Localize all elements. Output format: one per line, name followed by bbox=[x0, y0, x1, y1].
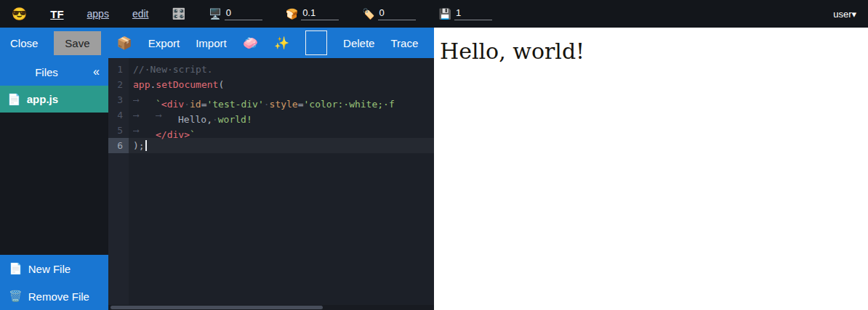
code-token: </div> bbox=[156, 129, 190, 140]
sidebar-spacer bbox=[0, 113, 108, 255]
code-token: 'color:·white;·f bbox=[304, 99, 395, 110]
code-token: setDocument bbox=[156, 79, 218, 90]
floppy-stat-input[interactable]: 1 bbox=[454, 7, 492, 20]
smiley-logo-icon: 😎 bbox=[12, 8, 27, 20]
bread-stat: 🍞 0.1 bbox=[286, 7, 339, 20]
horizontal-scrollbar-thumb[interactable] bbox=[110, 306, 323, 309]
line-number-4: 4 bbox=[108, 107, 129, 123]
floppy-stat: 💾 1 bbox=[439, 7, 492, 20]
tab-whitespace-marker: ⟶ bbox=[133, 92, 156, 107]
tag-icon: 🏷️ bbox=[362, 8, 374, 20]
code-line-2[interactable]: app.setDocument( bbox=[129, 77, 434, 92]
code-token: style bbox=[270, 99, 298, 110]
chevron-down-icon: ▾ bbox=[851, 9, 856, 20]
package-icon[interactable]: 📦 bbox=[117, 37, 132, 49]
floppy-icon: 💾 bbox=[439, 8, 451, 20]
preview-pane: Hello, world! bbox=[434, 28, 868, 310]
tag-stat: 🏷️ 0 bbox=[362, 7, 415, 20]
code-token: · bbox=[264, 99, 270, 110]
code-line-1[interactable]: //·New·script. bbox=[129, 62, 434, 77]
code-token: world! bbox=[218, 114, 252, 125]
files-header: Files « bbox=[0, 58, 108, 86]
bread-icon: 🍞 bbox=[286, 8, 298, 20]
tab-whitespace-marker: ⟶ bbox=[133, 107, 156, 123]
code-editor: 123456 //·New·script.app.setDocument(⟶`<… bbox=[108, 58, 434, 310]
editor-pane: Close Save 📦 Export Import 🧼 ✨ Delete Tr… bbox=[0, 28, 434, 310]
tag-stat-input[interactable]: 0 bbox=[378, 7, 416, 20]
editor-code-area[interactable]: //·New·script.app.setDocument(⟶`<div·id=… bbox=[129, 58, 434, 310]
line-number-5: 5 bbox=[108, 123, 129, 138]
file-item-appjs[interactable]: 📄 app.js bbox=[0, 86, 108, 113]
code-token: = bbox=[298, 99, 304, 110]
code-line-3[interactable]: ⟶`<div·id='test-div'·style='color:·white… bbox=[129, 92, 434, 107]
files-sidebar: Files « 📄 app.js 📄 New File 🗑️ Remov bbox=[0, 58, 108, 310]
code-token: · bbox=[212, 114, 218, 125]
nav-link-apps[interactable]: apps bbox=[87, 8, 109, 20]
code-token: app bbox=[133, 79, 150, 90]
code-line-4[interactable]: ⟶⟶Hello,·world! bbox=[129, 107, 434, 123]
line-number-3: 3 bbox=[108, 92, 129, 107]
tab-whitespace-marker: ⟶ bbox=[133, 123, 156, 138]
code-token: ); bbox=[133, 140, 145, 151]
code-line-5[interactable]: ⟶</div>` bbox=[129, 123, 434, 138]
bread-stat-input[interactable]: 0.1 bbox=[301, 7, 339, 20]
line-number-2: 2 bbox=[108, 77, 129, 92]
monitor-stat-input[interactable]: 0 bbox=[225, 7, 262, 20]
new-file-label: New File bbox=[28, 263, 71, 275]
brand-link[interactable]: TF bbox=[50, 8, 63, 20]
trash-icon: 🗑️ bbox=[9, 290, 23, 303]
editor-gutter: 123456 bbox=[108, 58, 129, 310]
tab-whitespace-marker: ⟶ bbox=[156, 107, 178, 123]
preview-text: Hello, world! bbox=[440, 38, 862, 64]
user-menu-label: user bbox=[833, 9, 851, 20]
file-name-label: app.js bbox=[27, 93, 58, 105]
app-window: 😎 TF apps edit 🎛️ 🖥️ 0 🍞 0.1 🏷️ 0 💾 1 us… bbox=[0, 0, 868, 310]
new-file-icon: 📄 bbox=[9, 262, 23, 275]
user-menu[interactable]: user▾ bbox=[833, 9, 856, 20]
workspace: Files « 📄 app.js 📄 New File 🗑️ Remov bbox=[0, 58, 434, 310]
delete-button[interactable]: Delete bbox=[343, 37, 374, 49]
text-cursor bbox=[145, 140, 147, 151]
save-button[interactable]: Save bbox=[54, 31, 100, 55]
import-button[interactable]: Import bbox=[196, 37, 227, 49]
close-button[interactable]: Close bbox=[10, 37, 38, 49]
main-area: Close Save 📦 Export Import 🧼 ✨ Delete Tr… bbox=[0, 28, 868, 310]
files-header-label: Files bbox=[0, 66, 93, 78]
code-token: ` bbox=[190, 129, 196, 140]
code-line-6[interactable]: ); bbox=[129, 138, 434, 153]
soap-clean-icon[interactable]: 🧼 bbox=[243, 37, 258, 49]
trace-button[interactable]: Trace bbox=[390, 37, 418, 49]
new-file-button[interactable]: 📄 New File bbox=[0, 255, 108, 282]
monitor-icon: 🖥️ bbox=[209, 8, 221, 20]
blank-icon-button[interactable] bbox=[305, 30, 327, 55]
editor-toolbar: Close Save 📦 Export Import 🧼 ✨ Delete Tr… bbox=[0, 28, 434, 58]
controls-icon[interactable]: 🎛️ bbox=[172, 7, 185, 20]
sparkles-icon[interactable]: ✨ bbox=[274, 37, 289, 49]
line-number-1: 1 bbox=[108, 62, 129, 77]
topbar: 😎 TF apps edit 🎛️ 🖥️ 0 🍞 0.1 🏷️ 0 💾 1 us… bbox=[0, 0, 868, 28]
collapse-sidebar-button[interactable]: « bbox=[93, 65, 108, 78]
line-number-6: 6 bbox=[108, 138, 129, 153]
monitor-stat: 🖥️ 0 bbox=[209, 7, 262, 20]
file-icon: 📄 bbox=[7, 93, 21, 106]
remove-file-label: Remove File bbox=[28, 290, 89, 303]
code-token: //·New·script. bbox=[133, 64, 213, 75]
code-token: ( bbox=[218, 79, 224, 90]
nav-link-edit[interactable]: edit bbox=[132, 8, 149, 20]
remove-file-button[interactable]: 🗑️ Remove File bbox=[0, 282, 108, 310]
export-button[interactable]: Export bbox=[148, 37, 180, 49]
